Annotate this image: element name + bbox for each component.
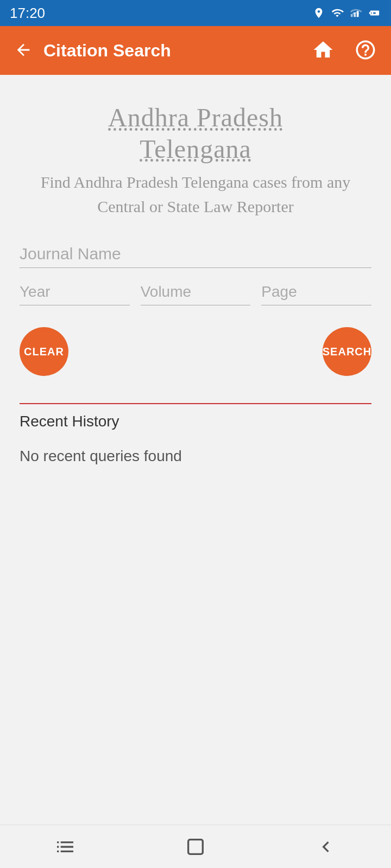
bottom-nav-bar [0, 825, 391, 868]
page-field [261, 279, 371, 305]
journal-name-field [20, 240, 371, 268]
page-input[interactable] [261, 279, 371, 305]
button-row: CLEAR SEARCH [20, 322, 371, 381]
recent-history-section: Recent History No recent queries found [20, 403, 371, 474]
nav-bar: Citation Search [0, 26, 391, 75]
square-icon [185, 836, 206, 858]
home-icon [312, 39, 335, 61]
back-arrow-icon [14, 41, 33, 59]
nav-title: Citation Search [43, 41, 171, 61]
status-time: 17:20 [10, 5, 45, 22]
chevron-left-icon [315, 836, 337, 858]
year-volume-page-row [20, 279, 371, 305]
svg-rect-2 [357, 11, 359, 17]
bottom-back-button[interactable] [304, 831, 348, 863]
svg-rect-0 [351, 14, 353, 17]
journal-name-input[interactable] [20, 240, 371, 268]
year-input[interactable] [20, 279, 130, 305]
no-recent-message: No recent queries found [20, 439, 371, 474]
back-button[interactable] [10, 36, 37, 65]
svg-rect-1 [354, 12, 356, 17]
battery-icon [367, 7, 381, 19]
volume-input[interactable] [141, 279, 251, 305]
menu-icon [54, 836, 76, 858]
form-section: CLEAR SEARCH [20, 235, 371, 403]
state-title-line2: Telengana [20, 133, 371, 165]
nav-right-icons [307, 34, 381, 67]
bottom-menu-button[interactable] [43, 831, 87, 863]
help-icon [354, 39, 377, 61]
status-icons [313, 6, 381, 20]
signal-icon [350, 7, 362, 19]
recent-history-label: Recent History [20, 413, 371, 430]
help-nav-button[interactable] [350, 34, 381, 67]
svg-rect-3 [188, 839, 203, 854]
state-title-line1: Andhra Pradesh [20, 102, 371, 133]
wifi-icon [330, 7, 344, 19]
state-description: Find Andhra Pradesh Telengana cases from… [20, 170, 371, 219]
clear-button[interactable]: CLEAR [20, 327, 68, 376]
bottom-home-button[interactable] [174, 831, 217, 863]
status-bar: 17:20 [0, 0, 391, 26]
search-button[interactable]: SEARCH [323, 327, 371, 376]
year-field [20, 279, 130, 305]
title-section: Andhra Pradesh Telengana Find Andhra Pra… [20, 91, 371, 235]
location-icon [313, 6, 325, 20]
home-nav-button[interactable] [307, 34, 339, 67]
main-content: Andhra Pradesh Telengana Find Andhra Pra… [0, 75, 391, 484]
volume-field [141, 279, 251, 305]
